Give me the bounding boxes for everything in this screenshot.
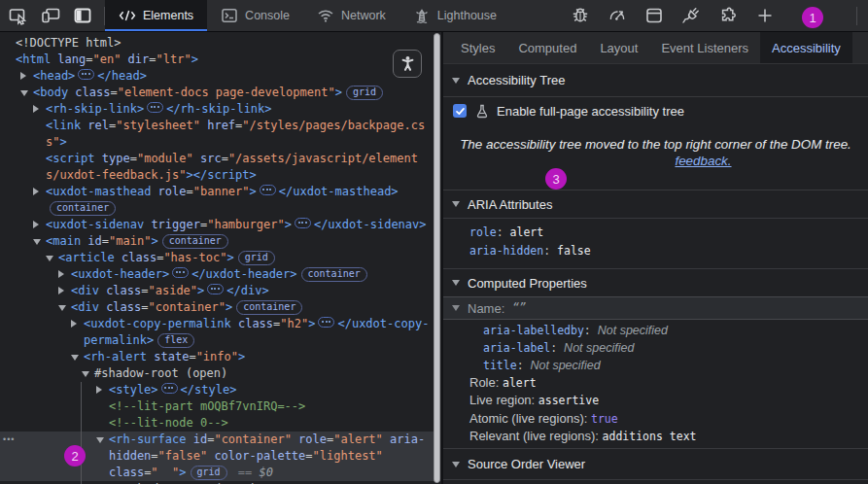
expand-arrow-right-icon[interactable] [96, 386, 102, 394]
dom-tree-line[interactable]: <main id="main">container [0, 233, 434, 250]
collapsed-children-ellipsis-icon[interactable] [260, 185, 276, 195]
container-adorner-badge[interactable]: container [236, 300, 302, 315]
computed-name-row[interactable]: Name: “” [443, 296, 868, 320]
expand-arrow-down-icon[interactable] [96, 437, 104, 443]
dom-tree-line[interactable]: •••<rh-surface id="container" role="aler… [0, 432, 434, 448]
section-source-order-viewer[interactable]: Source Order Viewer [443, 448, 868, 480]
tab-network[interactable]: Network [303, 0, 399, 31]
performance-gauge-icon[interactable] [608, 6, 627, 25]
dom-tree-line[interactable]: <rh-skip-link></rh-skip-link> [0, 101, 434, 118]
dom-tree-line[interactable]: permalink>flex [0, 332, 434, 349]
dom-tree-line[interactable]: s"> [0, 134, 434, 151]
dom-tree-line[interactable]: s/uxdot-feedback.js"></script> [0, 167, 434, 184]
collapsed-children-ellipsis-icon[interactable] [172, 267, 189, 278]
collapsed-children-ellipsis-icon[interactable] [147, 102, 163, 113]
collapsed-children-ellipsis-icon[interactable] [78, 69, 94, 80]
inspect-icon[interactable] [9, 6, 28, 25]
token-tag: <div [71, 300, 99, 314]
accessibility-tree-button[interactable] [393, 50, 422, 78]
dom-tree-line[interactable]: <div class="aside"></div> [0, 283, 434, 299]
expand-arrow-right-icon[interactable] [58, 270, 64, 278]
dom-tree-line[interactable]: <!DOCTYPE html> [0, 35, 434, 52]
dom-tree-line[interactable]: <head></head> [0, 68, 434, 85]
expand-arrow-down-icon[interactable] [71, 355, 79, 361]
application-icon[interactable] [644, 6, 664, 25]
dom-tree-line[interactable]: <uxdot-header></uxdot-header>container [0, 266, 434, 283]
expand-arrow-down-icon[interactable] [58, 305, 66, 311]
dom-tree-line[interactable]: <rh-alert state="info"> [0, 349, 434, 365]
expand-arrow-right-icon[interactable] [33, 221, 39, 228]
dom-tree-line[interactable]: <uxdot-copy-permalink class="h2"></uxdot… [0, 316, 434, 332]
dom-tree-line[interactable]: <!--lit-part mOQBf7vnIRQ=--> [0, 398, 434, 415]
tab-console[interactable]: Console [207, 0, 303, 31]
dom-tree-line[interactable]: container [0, 200, 434, 217]
more-tabs-plus-icon[interactable] [755, 6, 775, 25]
section-aria-attributes[interactable]: ARIA Attributes [443, 190, 868, 219]
collapsed-children-ellipsis-icon[interactable] [318, 317, 334, 328]
expand-arrow-down-icon[interactable] [20, 90, 28, 96]
section-computed-properties[interactable]: Computed Properties [443, 269, 868, 296]
expand-arrow-right-icon[interactable] [33, 188, 39, 195]
flex-adorner-badge[interactable]: flex [157, 333, 194, 348]
token-attr: class [115, 251, 156, 264]
dom-tree-line[interactable]: <body class="element-docs page-developme… [0, 85, 434, 101]
expand-arrow-down-icon[interactable] [82, 371, 89, 377]
dom-tree-line[interactable]: <!--lit-node 0--> [0, 415, 434, 432]
chevron-down-icon [452, 78, 460, 84]
dom-tree-line[interactable]: <uxdot-masthead role="banner"></uxdot-ma… [0, 184, 434, 200]
token-tag: > [179, 466, 186, 479]
collapsed-children-ellipsis-icon[interactable] [207, 284, 224, 294]
dock-side-icon[interactable] [73, 6, 92, 25]
dom-tree-line[interactable]: class=" ">grid == $0 [0, 465, 434, 481]
collapsed-children-ellipsis-icon[interactable] [161, 383, 178, 394]
grid-adorner-badge[interactable]: grid [238, 251, 275, 265]
expand-arrow-right-icon[interactable] [58, 287, 64, 294]
expand-arrow-right-icon[interactable] [33, 105, 39, 113]
tab-layout[interactable]: Layout [588, 32, 649, 63]
feedback-link[interactable]: feedback. [675, 154, 731, 168]
token-pln: <!DOCTYPE html> [16, 36, 121, 50]
container-adorner-badge[interactable]: container [162, 234, 228, 249]
tab-computed[interactable]: Computed [506, 32, 588, 63]
token-val: "lightest" [313, 449, 383, 463]
dom-tree-line[interactable]: <style></style> [0, 382, 434, 398]
enable-a11y-tree-checkbox[interactable] [453, 104, 467, 118]
tab-accessibility[interactable]: Accessibility [760, 32, 852, 63]
section-accessibility-tree[interactable]: Accessibility Tree [443, 64, 868, 97]
computed-properties-list: Role: alert Live region: assertive Atomi… [443, 374, 868, 448]
expand-arrow-down-icon[interactable] [46, 256, 53, 261]
more-actions-dots-icon[interactable]: ••• [3, 432, 15, 448]
token-attr: rel [81, 119, 109, 132]
bug-icon[interactable] [571, 6, 590, 25]
token-cmt: <!--lit-part mOQBf7vnIRQ=--> [109, 399, 305, 413]
dom-tree-line[interactable]: <div class="container">container [0, 299, 434, 316]
dom-tree-line[interactable]: <uxdot-sidenav trigger="hamburger"></uxd… [0, 217, 434, 233]
dom-tree-line[interactable]: <article class="has-toc">grid [0, 250, 434, 266]
collapsed-children-ellipsis-icon[interactable] [295, 218, 311, 228]
recorder-plug-icon[interactable] [681, 6, 701, 25]
grid-adorner-badge[interactable]: grid [191, 466, 227, 480]
extensions-puzzle-icon[interactable] [718, 6, 738, 25]
container-adorner-badge[interactable]: container [301, 267, 367, 282]
dom-tree-line[interactable]: <html lang="en" dir="ltr"> [0, 52, 434, 68]
elements-panel: <!DOCTYPE html><html lang="en" dir="ltr"… [0, 32, 442, 484]
dom-tree-line[interactable]: <link rel="stylesheet" href="/styles/pag… [0, 118, 434, 134]
aria-attribute-row: aria-hidden: false [469, 242, 868, 260]
dom-tree-line[interactable]: #shadow-root (open) [0, 365, 434, 382]
expand-arrow-down-icon[interactable] [33, 239, 41, 245]
grid-adorner-badge[interactable]: grid [346, 86, 383, 100]
tab-lighthouse[interactable]: Lighthouse [399, 0, 510, 31]
token-tag: </uxdot-header> [191, 267, 296, 281]
dom-tree-line[interactable]: <script type="module" src="/assets/javas… [0, 151, 434, 167]
network-icon [317, 7, 334, 24]
tab-styles[interactable]: Styles [449, 32, 506, 63]
tab-elements[interactable]: Elements [105, 0, 207, 31]
tab-event-listeners[interactable]: Event Listeners [649, 32, 760, 63]
elements-scrollbar-thumb[interactable] [434, 33, 440, 483]
expand-arrow-right-icon[interactable] [20, 72, 26, 80]
enable-a11y-tree-label: Enable full-page accessibility tree [497, 104, 684, 119]
token-tag: </uxdot-sidenav> [314, 218, 427, 231]
container-adorner-badge[interactable]: container [50, 201, 116, 216]
expand-arrow-right-icon[interactable] [71, 320, 77, 328]
device-toolbar-icon[interactable] [41, 6, 60, 25]
